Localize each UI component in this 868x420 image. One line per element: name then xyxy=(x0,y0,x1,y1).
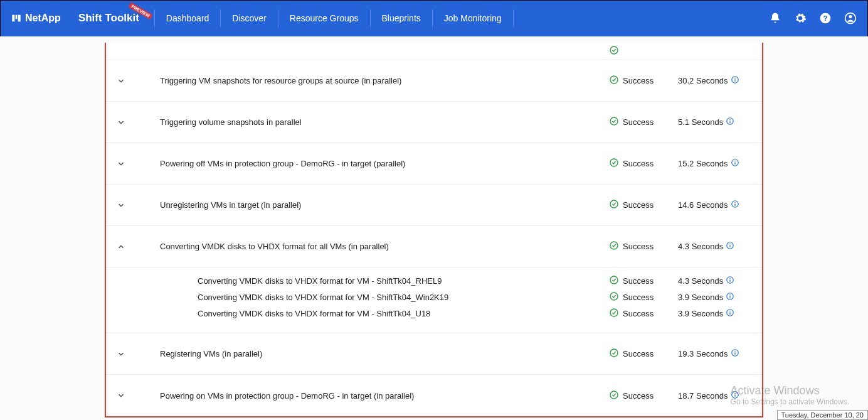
sub-step-row: Converting VMDK disks to VHDX format for… xyxy=(106,305,762,321)
gear-icon[interactable] xyxy=(794,12,807,24)
svg-point-38 xyxy=(730,310,731,311)
success-icon xyxy=(609,275,619,287)
svg-point-20 xyxy=(610,200,618,208)
help-icon[interactable]: ? xyxy=(819,12,832,24)
step-duration: 14.6 Seconds xyxy=(678,200,753,210)
sub-step-desc: Converting VMDK disks to VHDX format for… xyxy=(130,293,609,302)
sub-step-status: Success xyxy=(609,308,678,320)
success-icon xyxy=(609,308,619,320)
step-desc: Unregistering VMs in target (in parallel… xyxy=(130,200,609,210)
nav-resource-groups[interactable]: Resource Groups xyxy=(278,9,371,27)
sub-step-duration: 3.9 Seconds xyxy=(678,292,753,303)
svg-rect-39 xyxy=(730,312,731,315)
status-text: Success xyxy=(623,276,654,286)
status-text: Success xyxy=(623,76,654,85)
step-status: Success xyxy=(609,158,678,170)
step-desc: Triggering volume snapshots in parallel xyxy=(130,117,609,127)
bell-icon[interactable] xyxy=(769,12,781,24)
info-icon[interactable] xyxy=(731,158,739,169)
expand-toggle[interactable] xyxy=(112,77,130,85)
svg-rect-35 xyxy=(730,296,731,298)
nav-blueprints[interactable]: Blueprints xyxy=(371,9,433,27)
nav-discover[interactable]: Discover xyxy=(221,9,278,27)
main-content: Triggering VM snapshots for resource gro… xyxy=(0,36,868,420)
step-duration: 18.7 Seconds xyxy=(678,390,753,401)
sub-step-desc: Converting VMDK disks to VHDX format for… xyxy=(130,309,609,318)
svg-rect-2 xyxy=(18,15,21,22)
expand-toggle[interactable] xyxy=(112,159,130,168)
svg-rect-31 xyxy=(730,279,731,282)
sub-step-desc: Converting VMDK disks to VHDX format for… xyxy=(130,276,609,286)
info-icon[interactable] xyxy=(726,241,734,252)
step-row: Converting VMDK disks to VHDX format for… xyxy=(106,226,762,267)
user-icon[interactable] xyxy=(844,12,857,24)
step-row: Powering on VMs in protection group - De… xyxy=(106,375,762,416)
info-icon[interactable] xyxy=(726,117,734,127)
duration-text: 3.9 Seconds xyxy=(678,309,723,318)
step-duration: 5.1 Seconds xyxy=(678,117,753,127)
job-steps-panel: Triggering VM snapshots for resource gro… xyxy=(105,43,763,417)
info-icon[interactable] xyxy=(726,308,734,319)
svg-point-24 xyxy=(610,242,618,249)
svg-rect-15 xyxy=(730,121,731,123)
sub-step-row: Converting VMDK disks to VHDX format for… xyxy=(106,289,762,305)
success-icon xyxy=(609,291,619,303)
info-icon[interactable] xyxy=(726,276,734,286)
expand-toggle[interactable] xyxy=(112,242,130,251)
step-row: Registering VMs (in parallel)Success19.3… xyxy=(106,333,762,375)
nav-dashboard[interactable]: Dashboard xyxy=(154,9,221,27)
info-icon[interactable] xyxy=(731,200,739,210)
nav-job-monitoring[interactable]: Job Monitoring xyxy=(433,9,514,27)
step-row-partial xyxy=(106,43,762,60)
svg-rect-43 xyxy=(734,352,735,355)
system-tray-date: Tuesday, December 10, 20 xyxy=(777,410,868,420)
step-status: Success xyxy=(609,116,678,128)
info-icon[interactable] xyxy=(731,348,739,359)
expand-toggle[interactable] xyxy=(112,118,130,127)
step-row: Triggering volume snapshots in parallelS… xyxy=(106,102,762,143)
expand-toggle[interactable] xyxy=(112,201,130,210)
step-status: Success xyxy=(609,348,678,360)
step-duration: 30.2 Seconds xyxy=(678,75,753,86)
duration-text: 15.2 Seconds xyxy=(678,159,728,168)
step-desc: Triggering VM snapshots for resource gro… xyxy=(130,76,609,85)
expand-toggle[interactable] xyxy=(112,391,130,400)
step-status: Success xyxy=(609,240,678,252)
svg-point-40 xyxy=(610,349,618,357)
status-text: Success xyxy=(623,349,654,358)
duration-text: 4.3 Seconds xyxy=(678,276,723,286)
duration-text: 3.9 Seconds xyxy=(678,293,723,302)
svg-point-7 xyxy=(610,46,618,54)
svg-point-46 xyxy=(734,392,736,394)
netapp-icon xyxy=(11,13,21,23)
expand-toggle[interactable] xyxy=(112,350,130,358)
success-icon xyxy=(609,75,619,87)
svg-point-18 xyxy=(734,161,736,162)
svg-rect-11 xyxy=(734,79,735,82)
app-header: NetApp Shift Toolkit PREVIEW Dashboard D… xyxy=(0,0,868,36)
svg-rect-19 xyxy=(734,162,735,164)
brand-logo: NetApp xyxy=(11,13,61,24)
success-icon xyxy=(609,158,619,170)
success-icon xyxy=(609,240,619,252)
sub-steps: Converting VMDK disks to VHDX format for… xyxy=(106,267,762,333)
success-icon xyxy=(609,45,619,57)
svg-point-34 xyxy=(730,294,731,295)
step-status: Success xyxy=(609,390,678,402)
step-row: Powering off VMs in protection group - D… xyxy=(106,143,762,185)
step-duration: 4.3 Seconds xyxy=(678,241,753,252)
success-icon xyxy=(609,390,619,402)
duration-text: 14.6 Seconds xyxy=(678,200,728,210)
info-icon[interactable] xyxy=(731,390,739,401)
sub-step-duration: 3.9 Seconds xyxy=(678,308,753,319)
step-desc: Powering off VMs in protection group - D… xyxy=(130,159,609,168)
duration-text: 5.1 Seconds xyxy=(678,117,723,127)
status-text: Success xyxy=(623,242,654,251)
info-icon[interactable] xyxy=(726,292,734,303)
svg-point-42 xyxy=(734,351,736,352)
main-nav: Dashboard Discover Resource Groups Bluep… xyxy=(154,0,514,36)
info-icon[interactable] xyxy=(731,75,739,86)
svg-point-10 xyxy=(734,78,736,79)
svg-point-30 xyxy=(730,277,731,279)
sub-step-duration: 4.3 Seconds xyxy=(678,276,753,286)
